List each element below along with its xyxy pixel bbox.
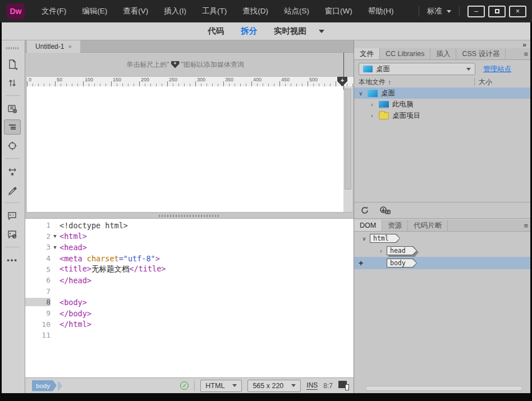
menu-item-I[interactable]: 插入(I) [156, 0, 194, 22]
code-text[interactable]: </body> [59, 309, 91, 318]
dom-chip-wrap[interactable]: html [370, 234, 400, 243]
fold-arrow-icon[interactable]: ▼ [51, 233, 59, 239]
dom-tab-资源[interactable]: 资源 [382, 220, 408, 231]
files-tab-文件[interactable]: 文件 [354, 48, 380, 59]
dom-node-head[interactable]: head [387, 246, 417, 255]
remove-comment-button[interactable] [4, 227, 21, 242]
code-text[interactable]: <html> [59, 232, 87, 241]
file-tree-row[interactable]: ∨桌面 [354, 87, 532, 99]
more-options-button[interactable]: ••• [4, 252, 21, 268]
menu-item-S[interactable]: 站点(S) [276, 0, 317, 22]
scrollbar-thumb[interactable] [345, 89, 351, 190]
expander-icon[interactable]: ∨ [361, 236, 368, 242]
site-select[interactable]: 桌面 [359, 63, 475, 75]
expander-icon[interactable]: › [369, 102, 375, 108]
dom-tab-DOM[interactable]: DOM [354, 220, 382, 231]
code-text[interactable]: <head> [59, 243, 87, 252]
file-tree-row[interactable]: ›桌面项目 [354, 110, 532, 121]
code-text[interactable]: <body> [59, 298, 87, 307]
code-text[interactable]: <meta charset="utf-8"> [59, 254, 160, 263]
preview-devices-icon[interactable] [338, 381, 349, 390]
menu-item-T[interactable]: 工具(T) [194, 0, 235, 22]
dom-chip-wrap[interactable]: body [387, 259, 417, 268]
whitespace-button[interactable] [4, 164, 21, 179]
fold-arrow-icon[interactable]: ▼ [51, 245, 59, 250]
horizontal-ruler[interactable]: 050100150200250300350400450500550 + [27, 76, 354, 86]
dom-chip-wrap[interactable]: head [387, 246, 417, 255]
menu-item-F[interactable]: 文件(F) [34, 0, 74, 22]
workspace-switcher[interactable]: 标准 [427, 6, 451, 16]
doc-type-select[interactable]: HTML [200, 380, 242, 392]
design-view-canvas[interactable] [27, 86, 343, 212]
menu-item-H[interactable]: 帮助(H) [360, 0, 402, 22]
inspect-button[interactable] [4, 138, 21, 153]
expander-icon[interactable]: ∨ [357, 90, 364, 96]
expander-icon[interactable]: › [369, 113, 375, 119]
design-vertical-scrollbar[interactable] [343, 86, 352, 212]
format-source-button[interactable] [4, 119, 21, 135]
code-tools-button[interactable] [4, 182, 21, 197]
code-editor[interactable]: 1<!doctype html>2▼<html>3▼<head>4<meta c… [25, 219, 354, 377]
code-line[interactable]: 1<!doctype html> [25, 220, 354, 231]
toolbar-grip[interactable] [6, 47, 19, 49]
code-line[interactable]: 6</head> [25, 275, 354, 286]
code-text[interactable]: <title>无标题文档</title> [59, 264, 166, 274]
menu-item-D[interactable]: 查找(D) [235, 0, 276, 22]
dom-tab-代码片断[interactable]: 代码片断 [408, 220, 448, 231]
live-view-options-button[interactable] [4, 101, 21, 116]
minimize-button[interactable]: – [467, 6, 485, 17]
panel-menu-icon[interactable]: ≡ [524, 48, 528, 59]
code-view-button[interactable]: 代码 [208, 26, 224, 36]
dom-tree-row[interactable]: ›head [354, 245, 532, 257]
files-tab-CCLibraries[interactable]: CC Libraries [380, 48, 430, 59]
panel-horizontal-scrollbar[interactable] [365, 386, 522, 391]
code-line[interactable]: 11 [25, 330, 354, 341]
live-view-button[interactable]: 实时视图 [274, 26, 306, 36]
menu-item-E[interactable]: 编辑(E) [74, 0, 115, 22]
code-text[interactable]: <!doctype html> [59, 221, 128, 230]
code-line[interactable]: 3▼<head> [25, 242, 354, 253]
column-divider[interactable] [474, 78, 475, 86]
add-media-query-marker[interactable]: + [337, 77, 347, 86]
code-line[interactable]: 4<meta charset="utf-8"> [25, 253, 354, 264]
tag-selector-body[interactable]: body [32, 380, 57, 391]
manage-sites-link[interactable]: 管理站点 [483, 64, 511, 74]
collapse-panels-icon[interactable]: » [522, 41, 526, 49]
column-size[interactable]: 大小 [479, 77, 492, 87]
column-local-files[interactable]: 本地文件 [359, 77, 386, 87]
apply-comment-button[interactable] [4, 208, 21, 223]
refresh-icon[interactable] [360, 205, 370, 215]
code-line[interactable]: 2▼<html> [25, 231, 354, 242]
open-documents-button[interactable] [4, 57, 21, 72]
expander-icon[interactable]: › [378, 248, 384, 254]
code-text[interactable]: </head> [59, 276, 91, 285]
add-element-icon[interactable]: + [359, 259, 363, 268]
file-tree-row[interactable]: ›此电脑 [354, 99, 532, 110]
dom-tree-row[interactable]: +body [354, 257, 532, 269]
menu-item-W[interactable]: 窗口(W) [317, 0, 360, 22]
dom-node-body[interactable]: body [387, 259, 417, 268]
files-tab-CSS设计器[interactable]: CSS 设计器 [456, 48, 506, 59]
menu-item-V[interactable]: 查看(V) [115, 0, 156, 22]
code-text[interactable]: </html> [59, 320, 91, 329]
file-management-button[interactable] [4, 75, 21, 90]
window-size-select[interactable]: 565 x 220 [247, 380, 301, 392]
code-line[interactable]: 10</html> [25, 319, 354, 330]
maximize-button[interactable] [488, 6, 506, 17]
code-line[interactable]: 8<body> [25, 297, 354, 308]
close-button[interactable]: × [509, 6, 526, 17]
dom-node-html[interactable]: html [370, 234, 400, 243]
code-line[interactable]: 5<title>无标题文档</title> [25, 264, 354, 275]
checkout-files-icon[interactable] [379, 205, 391, 215]
dom-tree-row[interactable]: ∨html [354, 232, 532, 245]
panel-menu-icon[interactable]: ≡ [524, 220, 528, 231]
tab-close-icon[interactable]: × [68, 43, 71, 50]
split-view-button[interactable]: 拆分 [241, 26, 257, 36]
files-tab-插入[interactable]: 插入 [430, 48, 456, 59]
split-view-divider[interactable] [25, 212, 354, 219]
document-tab[interactable]: Untitled-1 × [27, 40, 80, 53]
code-line[interactable]: 9</body> [25, 308, 354, 319]
live-view-dropdown-icon[interactable] [319, 30, 324, 33]
code-line[interactable]: 7 [25, 286, 354, 297]
insert-mode-indicator[interactable]: INS [306, 381, 318, 390]
